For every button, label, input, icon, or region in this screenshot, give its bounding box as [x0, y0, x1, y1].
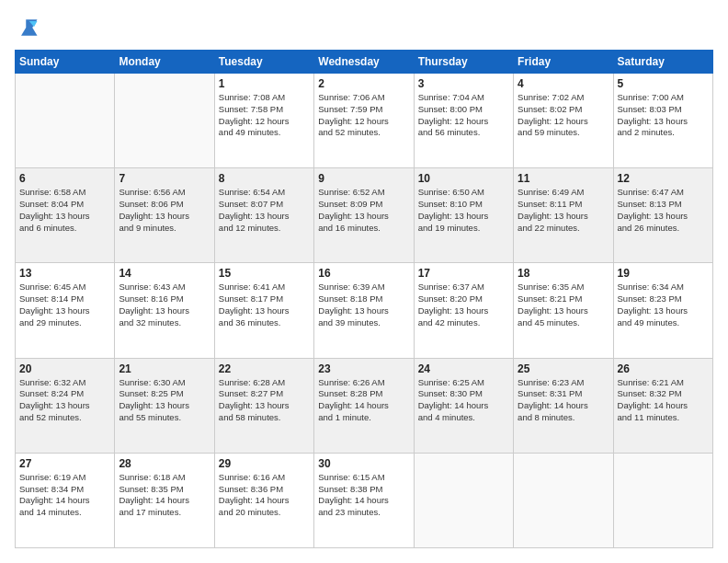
day-cell: 23Sunrise: 6:26 AM Sunset: 8:28 PM Dayli… [314, 358, 414, 453]
day-info: Sunrise: 6:49 AM Sunset: 8:11 PM Dayligh… [518, 187, 609, 234]
day-cell: 18Sunrise: 6:35 AM Sunset: 8:21 PM Dayli… [514, 263, 613, 358]
day-number: 26 [618, 362, 709, 375]
week-row-1: 6Sunrise: 6:58 AM Sunset: 8:04 PM Daylig… [16, 168, 713, 263]
day-info: Sunrise: 7:04 AM Sunset: 8:00 PM Dayligh… [418, 92, 509, 139]
day-number: 24 [418, 362, 509, 375]
day-number: 22 [219, 362, 310, 375]
weekday-header-row: SundayMondayTuesdayWednesdayThursdayFrid… [16, 51, 713, 74]
day-cell: 7Sunrise: 6:56 AM Sunset: 8:06 PM Daylig… [115, 168, 214, 263]
day-info: Sunrise: 6:16 AM Sunset: 8:36 PM Dayligh… [219, 472, 310, 519]
day-number: 16 [318, 267, 409, 280]
day-info: Sunrise: 6:30 AM Sunset: 8:25 PM Dayligh… [119, 377, 210, 424]
day-cell: 25Sunrise: 6:23 AM Sunset: 8:31 PM Dayli… [514, 358, 613, 453]
day-info: Sunrise: 6:28 AM Sunset: 8:27 PM Dayligh… [219, 377, 310, 424]
day-number: 9 [318, 172, 409, 185]
day-number: 19 [618, 267, 709, 280]
day-info: Sunrise: 7:00 AM Sunset: 8:03 PM Dayligh… [618, 92, 709, 139]
day-cell: 10Sunrise: 6:50 AM Sunset: 8:10 PM Dayli… [414, 168, 513, 263]
day-cell: 15Sunrise: 6:41 AM Sunset: 8:17 PM Dayli… [214, 263, 313, 358]
day-cell [16, 74, 115, 168]
day-cell: 30Sunrise: 6:15 AM Sunset: 8:38 PM Dayli… [314, 453, 414, 547]
day-number: 30 [318, 457, 409, 470]
day-number: 4 [518, 77, 609, 90]
day-number: 28 [119, 457, 210, 470]
day-info: Sunrise: 7:06 AM Sunset: 7:59 PM Dayligh… [318, 92, 409, 139]
calendar: SundayMondayTuesdayWednesdayThursdayFrid… [15, 50, 713, 548]
weekday-saturday: Saturday [613, 51, 712, 74]
day-info: Sunrise: 6:39 AM Sunset: 8:18 PM Dayligh… [318, 282, 409, 328]
day-cell: 9Sunrise: 6:52 AM Sunset: 8:09 PM Daylig… [314, 168, 414, 263]
day-info: Sunrise: 6:56 AM Sunset: 8:06 PM Dayligh… [119, 187, 210, 234]
day-info: Sunrise: 6:37 AM Sunset: 8:20 PM Dayligh… [418, 282, 509, 328]
day-info: Sunrise: 6:41 AM Sunset: 8:17 PM Dayligh… [219, 282, 310, 328]
day-cell [414, 453, 513, 547]
day-number: 18 [518, 267, 609, 280]
day-info: Sunrise: 6:32 AM Sunset: 8:24 PM Dayligh… [19, 377, 110, 424]
day-info: Sunrise: 6:26 AM Sunset: 8:28 PM Dayligh… [318, 377, 409, 424]
day-info: Sunrise: 7:08 AM Sunset: 7:58 PM Dayligh… [219, 92, 310, 139]
day-cell: 27Sunrise: 6:19 AM Sunset: 8:34 PM Dayli… [16, 453, 115, 547]
day-info: Sunrise: 6:47 AM Sunset: 8:13 PM Dayligh… [618, 187, 709, 234]
day-cell [115, 74, 214, 168]
weekday-thursday: Thursday [414, 51, 513, 74]
day-info: Sunrise: 6:25 AM Sunset: 8:30 PM Dayligh… [418, 377, 509, 424]
day-cell: 8Sunrise: 6:54 AM Sunset: 8:07 PM Daylig… [214, 168, 313, 263]
day-number: 2 [318, 77, 409, 90]
day-number: 15 [219, 267, 310, 280]
weekday-friday: Friday [514, 51, 613, 74]
day-cell: 29Sunrise: 6:16 AM Sunset: 8:36 PM Dayli… [214, 453, 313, 547]
day-number: 13 [19, 267, 110, 280]
weekday-wednesday: Wednesday [314, 51, 414, 74]
day-cell: 2Sunrise: 7:06 AM Sunset: 7:59 PM Daylig… [314, 74, 414, 168]
page: SundayMondayTuesdayWednesdayThursdayFrid… [0, 0, 728, 563]
day-info: Sunrise: 6:21 AM Sunset: 8:32 PM Dayligh… [618, 377, 709, 424]
day-number: 29 [219, 457, 310, 470]
day-cell: 6Sunrise: 6:58 AM Sunset: 8:04 PM Daylig… [16, 168, 115, 263]
day-number: 7 [119, 172, 210, 185]
day-info: Sunrise: 6:50 AM Sunset: 8:10 PM Dayligh… [418, 187, 509, 234]
week-row-2: 13Sunrise: 6:45 AM Sunset: 8:14 PM Dayli… [16, 263, 713, 358]
day-number: 27 [19, 457, 110, 470]
day-cell: 17Sunrise: 6:37 AM Sunset: 8:20 PM Dayli… [414, 263, 513, 358]
day-cell: 19Sunrise: 6:34 AM Sunset: 8:23 PM Dayli… [613, 263, 712, 358]
day-cell: 24Sunrise: 6:25 AM Sunset: 8:30 PM Dayli… [414, 358, 513, 453]
logo-icon [15, 15, 40, 40]
day-info: Sunrise: 7:02 AM Sunset: 8:02 PM Dayligh… [518, 92, 609, 139]
day-info: Sunrise: 6:52 AM Sunset: 8:09 PM Dayligh… [318, 187, 409, 234]
day-cell: 1Sunrise: 7:08 AM Sunset: 7:58 PM Daylig… [214, 74, 313, 168]
week-row-3: 20Sunrise: 6:32 AM Sunset: 8:24 PM Dayli… [16, 358, 713, 453]
day-number: 14 [119, 267, 210, 280]
day-info: Sunrise: 6:23 AM Sunset: 8:31 PM Dayligh… [518, 377, 609, 424]
day-cell: 20Sunrise: 6:32 AM Sunset: 8:24 PM Dayli… [16, 358, 115, 453]
day-cell: 16Sunrise: 6:39 AM Sunset: 8:18 PM Dayli… [314, 263, 414, 358]
day-number: 17 [418, 267, 509, 280]
day-number: 21 [119, 362, 210, 375]
day-info: Sunrise: 6:19 AM Sunset: 8:34 PM Dayligh… [19, 472, 110, 519]
day-number: 8 [219, 172, 310, 185]
day-cell [613, 453, 712, 547]
weekday-sunday: Sunday [16, 51, 115, 74]
day-number: 20 [19, 362, 110, 375]
logo [15, 15, 44, 40]
day-number: 12 [618, 172, 709, 185]
day-number: 3 [418, 77, 509, 90]
day-cell: 21Sunrise: 6:30 AM Sunset: 8:25 PM Dayli… [115, 358, 214, 453]
day-info: Sunrise: 6:35 AM Sunset: 8:21 PM Dayligh… [518, 282, 609, 328]
day-number: 6 [19, 172, 110, 185]
day-cell: 26Sunrise: 6:21 AM Sunset: 8:32 PM Dayli… [613, 358, 712, 453]
day-number: 25 [518, 362, 609, 375]
header [15, 15, 713, 40]
day-cell: 12Sunrise: 6:47 AM Sunset: 8:13 PM Dayli… [613, 168, 712, 263]
day-cell: 14Sunrise: 6:43 AM Sunset: 8:16 PM Dayli… [115, 263, 214, 358]
day-number: 1 [219, 77, 310, 90]
day-cell: 3Sunrise: 7:04 AM Sunset: 8:00 PM Daylig… [414, 74, 513, 168]
day-info: Sunrise: 6:43 AM Sunset: 8:16 PM Dayligh… [119, 282, 210, 328]
day-number: 10 [418, 172, 509, 185]
weekday-tuesday: Tuesday [214, 51, 313, 74]
week-row-4: 27Sunrise: 6:19 AM Sunset: 8:34 PM Dayli… [16, 453, 713, 547]
day-info: Sunrise: 6:54 AM Sunset: 8:07 PM Dayligh… [219, 187, 310, 234]
day-cell: 13Sunrise: 6:45 AM Sunset: 8:14 PM Dayli… [16, 263, 115, 358]
day-number: 5 [618, 77, 709, 90]
day-info: Sunrise: 6:34 AM Sunset: 8:23 PM Dayligh… [618, 282, 709, 328]
day-cell: 5Sunrise: 7:00 AM Sunset: 8:03 PM Daylig… [613, 74, 712, 168]
